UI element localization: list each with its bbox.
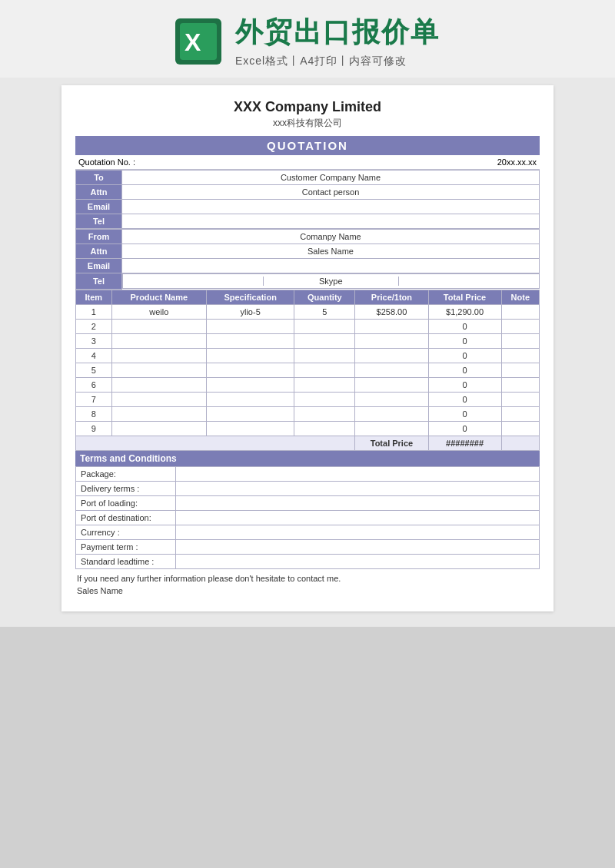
header-subtitle: Excel格式丨A4打印丨内容可修改 (235, 55, 407, 68)
tel-from-label: Tel (76, 273, 122, 290)
payment-value (176, 539, 540, 554)
col-total-price: Total Price (428, 290, 501, 304)
tel-to-row: Tel (76, 214, 540, 229)
email-from-row: Email (76, 259, 540, 273)
port-dest-label: Port of destination: (76, 510, 176, 525)
table-row: 20 (76, 319, 540, 333)
attn-from-label: Attn (76, 244, 122, 259)
total-price-label: Total Price (355, 436, 428, 450)
col-price: Price/1ton (355, 290, 428, 304)
attn-to-row: Attn Contact person (76, 185, 540, 200)
svg-text:X: X (184, 28, 201, 56)
from-section-table: From Comanpy Name Attn Sales Name Email … (75, 229, 540, 290)
col-specification: Specification (206, 290, 294, 304)
email-from-label: Email (76, 259, 122, 273)
document-card: XXX Company Limited xxx科技有限公司 QUOTATION … (62, 85, 554, 611)
excel-icon: X (175, 18, 221, 65)
table-row: 80 (76, 406, 540, 421)
table-row: 1weiloylio-55$258.00$1,290.00 (76, 304, 540, 319)
header-text: 外贸出口报价单 Excel格式丨A4打印丨内容可修改 (235, 14, 440, 68)
tel-to-label: Tel (76, 214, 122, 229)
leadtime-value (176, 554, 540, 568)
email-to-label: Email (76, 200, 122, 214)
attn-from-value: Sales Name (122, 244, 540, 259)
items-table: Item Product Name Specification Quantity… (75, 290, 540, 451)
header-title: 外贸出口报价单 (235, 14, 440, 51)
port-dest-row: Port of destination: (76, 510, 540, 525)
port-loading-value (176, 495, 540, 510)
delivery-row: Delivery terms : (76, 481, 540, 495)
package-label: Package: (76, 466, 176, 481)
currency-label: Currency : (76, 525, 176, 539)
table-row: 90 (76, 421, 540, 436)
terms-title: Terms and Conditions (80, 453, 177, 464)
leadtime-row: Standard leadtime : (76, 554, 540, 568)
to-row: To Customer Company Name (76, 171, 540, 185)
attn-from-row: Attn Sales Name (76, 244, 540, 259)
currency-row: Currency : (76, 525, 540, 539)
leadtime-label: Standard leadtime : (76, 554, 176, 568)
table-row: 50 (76, 363, 540, 377)
company-header: XXX Company Limited xxx科技有限公司 (75, 99, 540, 130)
currency-value (176, 525, 540, 539)
package-row: Package: (76, 466, 540, 481)
email-to-value (122, 200, 540, 214)
quotation-title-bar: QUOTATION (75, 136, 540, 155)
table-row: 40 (76, 348, 540, 363)
tel-from-value: Skype (122, 273, 540, 289)
tel-to-value (122, 214, 540, 229)
header-area: X 外贸出口报价单 Excel格式丨A4打印丨内容可修改 (0, 0, 615, 78)
table-row: 70 (76, 392, 540, 406)
tel-from-row: Tel Skype (76, 273, 540, 290)
col-item: Item (76, 290, 112, 304)
to-label: To (76, 171, 122, 185)
from-label: From (76, 230, 122, 244)
delivery-value (176, 481, 540, 495)
company-name-main: XXX Company Limited (75, 99, 540, 115)
payment-label: Payment term : (76, 539, 176, 554)
col-quantity: Quantity (294, 290, 355, 304)
email-from-value (122, 259, 540, 273)
package-value (176, 466, 540, 481)
total-price-row: Total Price ######## (76, 436, 540, 450)
from-value: Comanpy Name (122, 230, 540, 244)
to-section-table: To Customer Company Name Attn Contact pe… (75, 170, 540, 229)
table-row: 60 (76, 377, 540, 392)
terms-table: Package: Delivery terms : Port of loadin… (75, 466, 540, 569)
terms-bar: Terms and Conditions (75, 451, 540, 466)
total-price-value: ######## (428, 436, 501, 450)
email-to-row: Email (76, 200, 540, 214)
payment-row: Payment term : (76, 539, 540, 554)
to-value: Customer Company Name (122, 171, 540, 185)
footer-name: Sales Name (77, 585, 538, 598)
port-loading-label: Port of loading: (76, 495, 176, 510)
col-product-name: Product Name (111, 290, 206, 304)
from-row: From Comanpy Name (76, 230, 540, 244)
table-row: 30 (76, 333, 540, 348)
delivery-label: Delivery terms : (76, 481, 176, 495)
footer-note: If you need any further information plea… (75, 569, 540, 598)
col-note: Note (501, 290, 539, 304)
quotation-no-value: 20xx.xx.xx (497, 157, 537, 167)
quotation-no-row: Quotation No. : 20xx.xx.xx (75, 155, 540, 170)
attn-to-label: Attn (76, 185, 122, 200)
items-header-row: Item Product Name Specification Quantity… (76, 290, 540, 304)
quotation-no-label: Quotation No. : (78, 157, 135, 167)
skype-label: Skype (264, 277, 399, 286)
port-dest-value (176, 510, 540, 525)
company-name-cn: xxx科技有限公司 (75, 117, 540, 130)
attn-to-value: Contact person (122, 185, 540, 200)
document-background: XXX Company Limited xxx科技有限公司 QUOTATION … (0, 78, 615, 627)
port-loading-row: Port of loading: (76, 495, 540, 510)
footer-note-text: If you need any further information plea… (77, 572, 538, 585)
